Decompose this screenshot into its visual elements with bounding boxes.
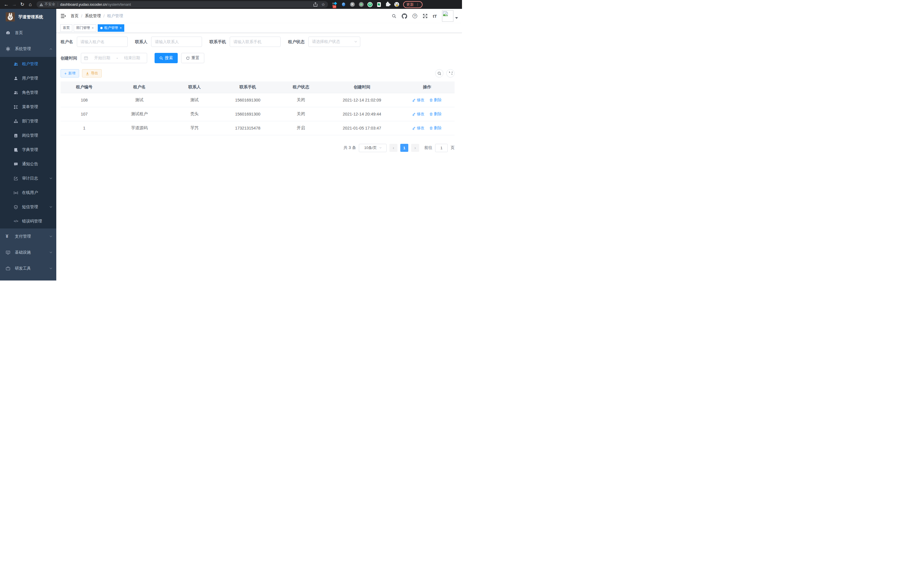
fullscreen-icon[interactable] [423, 14, 428, 19]
emoji-profile-icon[interactable] [394, 2, 399, 7]
briefcase-icon [6, 266, 10, 271]
contact-input[interactable] [151, 37, 202, 47]
tabs-outliner-extension-icon[interactable]: 10 [332, 2, 337, 7]
search-button[interactable]: 搜索 [154, 53, 178, 63]
sidebar-collapse-icon[interactable] [56, 9, 70, 23]
browser-toolbar: ← → ↻ ⌂ 不安全 dashboard.yudao.iocoder.cn /… [0, 0, 462, 9]
col-status: 租户状态 [277, 81, 324, 93]
edit-link[interactable]: 修改 [412, 111, 424, 117]
users-icon [14, 91, 18, 95]
date-start-placeholder: 开始日期 [90, 56, 114, 61]
sidebar-item-error-code[interactable]: </> 错误码管理 [0, 214, 56, 229]
breadcrumb-system[interactable]: 系统管理 [85, 14, 101, 19]
sidebar-item-pay[interactable]: ¥ 支付管理 [0, 229, 56, 244]
refresh-table-button[interactable] [446, 69, 454, 77]
chrome-update-button[interactable]: 更新 ⋮ [403, 1, 423, 8]
browser-forward-icon[interactable]: → [10, 0, 18, 9]
close-icon[interactable]: × [120, 26, 122, 30]
browser-back-icon[interactable]: ← [2, 0, 10, 9]
edit-pencil-icon [412, 98, 416, 102]
avatar[interactable] [442, 10, 458, 22]
font-size-icon[interactable]: tT [433, 14, 437, 19]
delete-link[interactable]: 删除 [429, 126, 441, 131]
sidebar-item-post[interactable]: 岗位管理 [0, 128, 56, 143]
sidebar-item-infra[interactable]: 基础设施 [0, 244, 56, 260]
sidebar-item-label: 在线用户 [22, 190, 38, 195]
balloon-extension-icon[interactable] [341, 2, 346, 7]
sidebar-item-audit-log[interactable]: 审计日志 [0, 171, 56, 186]
delete-link[interactable]: 删除 [429, 111, 441, 117]
close-icon[interactable]: × [92, 26, 94, 30]
sidebar-item-system[interactable]: 系统管理 [0, 41, 56, 57]
sidebar-item-dict[interactable]: 字典管理 [0, 143, 56, 157]
page-size-select[interactable]: 10条/页 [359, 144, 387, 152]
status-select[interactable]: 请选择租户状态 [308, 37, 360, 47]
yudao-extension-icon[interactable]: Y [368, 2, 373, 7]
online-user-icon [14, 191, 18, 195]
edit-link[interactable]: 修改 [412, 126, 424, 131]
help-question-icon[interactable]: ? [412, 14, 417, 19]
command-extension-icon[interactable]: ⌘ [350, 2, 355, 7]
sidebar-item-label: 用户管理 [22, 76, 38, 81]
trash-icon [429, 126, 433, 130]
address-bar[interactable]: 不安全 dashboard.yudao.iocoder.cn /system/t… [37, 1, 328, 8]
tab-dept[interactable]: 部门管理 × [74, 24, 96, 32]
show-search-toggle-button[interactable] [435, 69, 443, 77]
mobile-input[interactable] [230, 37, 280, 47]
current-page-button[interactable]: 1 [400, 144, 408, 152]
sidebar-item-label: 首页 [15, 30, 23, 35]
recorder-extension-icon[interactable] [358, 2, 364, 7]
share-icon[interactable] [314, 2, 317, 7]
sidebar-item-user[interactable]: 用户管理 [0, 71, 56, 86]
sidebar-item-dev-tools[interactable]: 研发工具 [0, 260, 56, 277]
export-button[interactable]: 导出 [82, 69, 102, 77]
browser-menu-kebab-icon[interactable]: ⋮ [416, 2, 419, 7]
next-page-button[interactable]: › [411, 144, 419, 152]
delete-link[interactable]: 删除 [429, 98, 441, 103]
table-row: 107 测试租户 秃头 15601691300 关闭 2021-12-14 20… [61, 107, 454, 121]
refresh-icon [186, 56, 190, 60]
pagination: 共 3 条 10条/页 ‹ 1 › 前往 页 [61, 144, 454, 152]
sidebar-item-dept[interactable]: 部门管理 [0, 114, 56, 128]
sidebar-item-label: 字典管理 [22, 147, 38, 152]
browser-home-icon[interactable]: ⌂ [26, 0, 34, 9]
github-icon[interactable] [402, 14, 407, 19]
sidebar-item-role[interactable]: 角色管理 [0, 86, 56, 100]
table-header-row: 租户编号 租户名 联系人 联系手机 租户状态 创建时间 操作 [61, 81, 454, 93]
extensions-puzzle-icon[interactable] [385, 2, 390, 7]
sidebar-item-label: 审计日志 [22, 176, 38, 181]
browser-reload-icon[interactable]: ↻ [18, 0, 26, 9]
bookmark-star-icon[interactable]: ☆ [321, 2, 325, 7]
tenant-table: 租户编号 租户名 联系人 联系手机 租户状态 创建时间 操作 108 测试 测试 [61, 81, 454, 135]
app-logo-row[interactable]: 芋道管理系统 [0, 9, 56, 25]
tenant-page: 租户名 联系人 联系手机 租户状态 请选择租户状态 [56, 33, 462, 281]
sidebar-item-notice[interactable]: 通知公告 [0, 157, 56, 171]
sidebar-item-tenant[interactable]: 租户管理 [0, 57, 56, 71]
url-path: /system/tenant [107, 2, 131, 7]
tab-home[interactable]: 首页 [60, 24, 72, 32]
add-button[interactable]: + 新增 [61, 69, 79, 77]
goto-page-input[interactable] [435, 144, 448, 152]
broken-avatar-image [442, 10, 453, 22]
user-icon [14, 76, 18, 81]
sidebar-item-online-user[interactable]: 在线用户 [0, 186, 56, 200]
create-time-label: 创建时间 [61, 56, 77, 61]
org-tree-icon [14, 119, 18, 123]
header-search-icon[interactable] [392, 14, 397, 19]
chevron-down-icon [50, 267, 52, 269]
contact-label: 联系人 [135, 39, 148, 45]
edit-link[interactable]: 修改 [412, 98, 424, 103]
table-row: 1 芋道源码 芋艿 17321315478 开启 2021-01-05 17:0… [61, 121, 454, 135]
breadcrumb-home[interactable]: 首页 [70, 14, 79, 19]
green-doc-extension-icon[interactable] [376, 2, 381, 7]
tab-tenant[interactable]: 租户管理 × [98, 24, 124, 32]
sidebar-item-home[interactable]: 首页 [0, 25, 56, 41]
prev-page-button[interactable]: ‹ [389, 144, 398, 152]
date-range-picker[interactable]: 开始日期 - 结束日期 [81, 53, 147, 63]
sidebar-item-menu[interactable]: 菜单管理 [0, 100, 56, 114]
tenant-name-input[interactable] [77, 37, 128, 47]
sidebar-item-label: 错误码管理 [22, 219, 42, 224]
sidebar-item-sms[interactable]: 短信管理 [0, 200, 56, 214]
goto-label: 前往 [424, 145, 432, 150]
reset-button[interactable]: 重置 [181, 53, 204, 63]
